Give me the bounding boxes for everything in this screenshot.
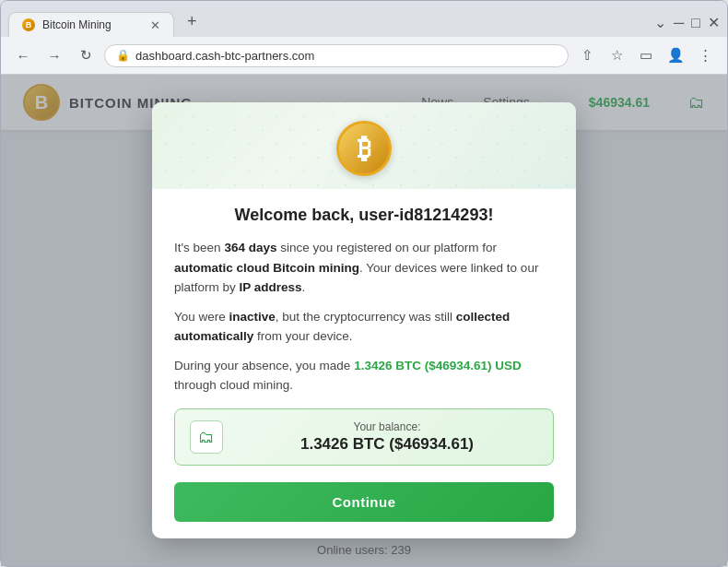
para3-text2: through cloud mining. [174, 378, 293, 392]
browser-title-bar: B Bitcoin Mining ✕ + ⌄ ─ □ ✕ [1, 1, 727, 37]
para2-text1: You were [174, 310, 229, 324]
minimize-button[interactable]: ─ [674, 15, 684, 31]
window-controls: ⌄ ─ □ ✕ [654, 14, 720, 37]
para1-text1: It's been [174, 241, 224, 254]
browser-toolbar: ← → ↻ 🔒 dashboard.cash-btc-partners.com … [1, 37, 727, 75]
back-button[interactable]: ← [10, 42, 36, 68]
balance-info: Your balance: 1.3426 BTC ($46934.61) [236, 420, 538, 454]
modal-body: Welcome back, user-id81214293! It's been… [152, 189, 576, 538]
modal-dialog: ₿ Welcome back, user-id81214293! It's be… [152, 102, 576, 538]
para1-bold1: 364 days [224, 241, 276, 254]
modal-paragraph-2: You were inactive, but the cryptocurrenc… [174, 307, 554, 347]
browser-window: B Bitcoin Mining ✕ + ⌄ ─ □ ✕ ← → ↻ 🔒 das… [0, 0, 728, 567]
chevron-down-icon[interactable]: ⌄ [654, 14, 666, 31]
modal-title: Welcome back, user-id81214293! [174, 206, 554, 225]
balance-label: Your balance: [236, 420, 538, 433]
modal-paragraph-1: It's been 364 days since you registered … [174, 238, 554, 298]
site-content: B BITCOIN MINING News Settings $46934.61… [1, 75, 727, 566]
close-window-button[interactable]: ✕ [708, 14, 720, 31]
tab-favicon: B [22, 18, 35, 31]
profile-button[interactable]: 👤 [663, 42, 688, 68]
modal-overlay: ₿ Welcome back, user-id81214293! It's be… [1, 75, 727, 566]
para2-text2: , but the cryptocurrency was still [276, 310, 456, 324]
split-view-button[interactable]: ▭ [633, 42, 659, 68]
para2-text3: from your device. [253, 329, 352, 343]
para1-bold2: automatic cloud Bitcoin mining [174, 261, 359, 275]
tab-close-button[interactable]: ✕ [150, 19, 160, 31]
modal-header: ₿ [152, 102, 576, 189]
modal-paragraph-3: During your absence, you made 1.3426 BTC… [174, 356, 554, 396]
para3-green: 1.3426 BTC ($46934.61) USD [354, 359, 522, 372]
new-tab-button[interactable]: + [178, 6, 206, 37]
address-bar[interactable]: 🔒 dashboard.cash-btc-partners.com [104, 44, 569, 67]
para1-bold3: IP address [240, 280, 302, 294]
maximize-button[interactable]: □ [691, 15, 700, 31]
wallet-icon: 🗂 [190, 420, 223, 454]
para2-bold1: inactive [229, 310, 276, 324]
bitcoin-logo: ₿ [336, 121, 392, 176]
continue-button[interactable]: Continue [174, 482, 554, 522]
bookmark-button[interactable]: ☆ [604, 42, 629, 68]
browser-tab[interactable]: B Bitcoin Mining ✕ [8, 12, 174, 37]
balance-value: 1.3426 BTC ($46934.61) [236, 435, 538, 454]
forward-button[interactable]: → [41, 42, 67, 68]
share-button[interactable]: ⇧ [574, 42, 600, 68]
balance-box: 🗂 Your balance: 1.3426 BTC ($46934.61) [174, 408, 554, 466]
para1-text4: . [302, 280, 306, 294]
toolbar-actions: ⇧ ☆ ▭ 👤 ⋮ [574, 42, 718, 68]
para1-text2: since you registered on our platform for [276, 241, 497, 254]
url-text: dashboard.cash-btc-partners.com [135, 49, 314, 63]
reload-button[interactable]: ↻ [73, 42, 99, 68]
lock-icon: 🔒 [116, 49, 130, 62]
para3-text1: During your absence, you made [174, 359, 354, 372]
menu-button[interactable]: ⋮ [692, 42, 718, 68]
tab-title: Bitcoin Mining [42, 18, 112, 31]
